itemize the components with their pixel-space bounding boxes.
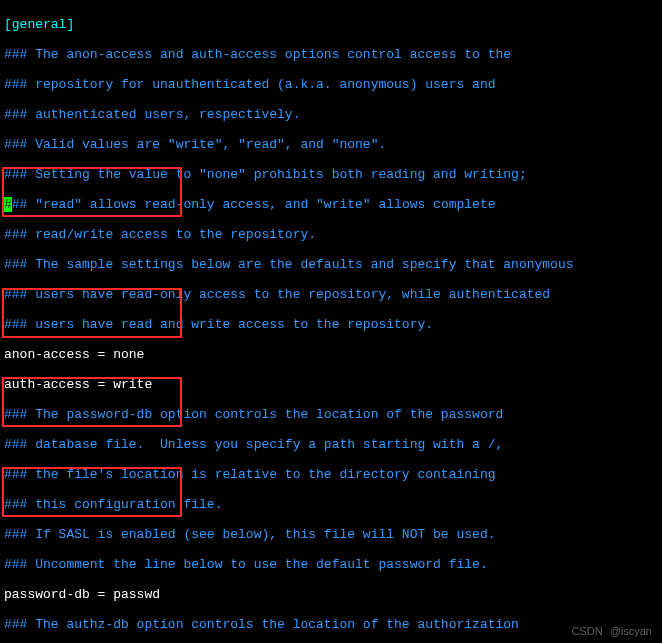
comment-line: ### Uncomment the line below to use the … [4,557,658,572]
comment-line: ### users have read-only access to the r… [4,287,658,302]
comment-line: ### If SASL is enabled (see below), this… [4,527,658,542]
cursor: # [4,197,12,212]
section-header-general: [general] [4,17,658,32]
comment-line: ### users have read and write access to … [4,317,658,332]
comment-line-cursor: ### "read" allows read-only access, and … [4,197,658,212]
config-anon-access: anon-access = none [4,347,658,362]
comment-line: ### The anon-access and auth-access opti… [4,47,658,62]
comment-line: ### read/write access to the repository. [4,227,658,242]
watermark-text: CSDN [571,625,602,637]
comment-line: ### The password-db option controls the … [4,407,658,422]
config-password-db: password-db = passwd [4,587,658,602]
config-auth-access: auth-access = write [4,377,658,392]
terminal-editor[interactable]: [general] ### The anon-access and auth-a… [0,0,662,643]
comment-line: ### repository for unauthenticated (a.k.… [4,77,658,92]
comment-line: ### the file's location is relative to t… [4,467,658,482]
comment-line: ### Setting the value to "none" prohibit… [4,167,658,182]
comment-line: ### The sample settings below are the de… [4,257,658,272]
comment-line: ### authenticated users, respectively. [4,107,658,122]
comment-line: ### Valid values are "write", "read", an… [4,137,658,152]
watermark-text: @iscyan [610,625,652,637]
watermark: CSDN @iscyan [567,624,652,639]
comment-line: ### The authz-db option controls the loc… [4,617,658,632]
comment-line: ### this configuration file. [4,497,658,512]
comment-line: ### database file. Unless you specify a … [4,437,658,452]
